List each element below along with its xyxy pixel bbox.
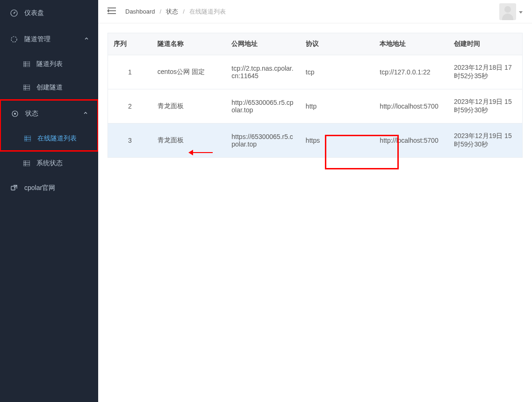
sidebar: 仪表盘 隧道管理 隧道列表 创建隧道 xyxy=(0,0,98,402)
nav-system-status[interactable]: 系统状态 xyxy=(0,152,98,175)
breadcrumb-dashboard[interactable]: Dashboard xyxy=(125,8,155,15)
nav-label: 隧道管理 xyxy=(24,35,50,44)
table-row[interactable]: 1 centos公网 固定 tcp://2.tcp.nas.cpolar.cn:… xyxy=(108,55,523,89)
nav-label: cpolar官网 xyxy=(24,184,55,192)
breadcrumb: Dashboard / 状态 / 在线隧道列表 xyxy=(125,7,226,16)
nav-status[interactable]: 状态 xyxy=(1,101,97,127)
cell-name: 青龙面板 xyxy=(152,89,226,124)
th-protocol: 协议 xyxy=(300,33,374,55)
cell-local-url: http://localhost:5700 xyxy=(374,124,448,158)
th-public-url: 公网地址 xyxy=(226,33,300,55)
nav-create-tunnel[interactable]: 创建隧道 xyxy=(0,76,98,99)
user-menu[interactable] xyxy=(499,3,523,20)
svg-rect-7 xyxy=(23,85,30,90)
tunnel-icon xyxy=(9,36,19,43)
menu-toggle-icon[interactable] xyxy=(108,7,116,16)
main-content: Dashboard / 状态 / 在线隧道列表 序列 隧道名称 xyxy=(98,0,532,402)
nav-label: 创建隧道 xyxy=(36,83,63,92)
svg-rect-17 xyxy=(23,161,30,166)
cell-seq: 1 xyxy=(108,55,152,89)
nav-label: 仪表盘 xyxy=(24,9,44,17)
nav-tunnel-list[interactable]: 隧道列表 xyxy=(0,52,98,76)
th-created: 创建时间 xyxy=(448,33,523,55)
topbar: Dashboard / 状态 / 在线隧道列表 xyxy=(98,0,532,23)
cell-public-url: https://65300065.r5.cpolar.top xyxy=(226,124,300,158)
chevron-up-icon xyxy=(84,36,89,43)
svg-point-2 xyxy=(11,37,17,42)
svg-point-1 xyxy=(14,13,14,14)
nav-dashboard[interactable]: 仪表盘 xyxy=(0,0,98,26)
nav-cpolar-site[interactable]: cpolar官网 xyxy=(0,175,98,201)
breadcrumb-separator: / xyxy=(183,8,185,15)
cell-protocol: http xyxy=(300,89,374,124)
cell-protocol: https xyxy=(300,124,374,158)
cell-protocol: tcp xyxy=(300,55,374,89)
th-seq: 序列 xyxy=(108,33,152,55)
cell-name: centos公网 固定 xyxy=(152,55,226,89)
status-icon xyxy=(10,110,20,117)
table-icon xyxy=(24,136,33,141)
nav-label: 状态 xyxy=(25,110,38,118)
breadcrumb-status[interactable]: 状态 xyxy=(166,7,178,16)
caret-down-icon xyxy=(519,8,523,15)
nav-label: 系统状态 xyxy=(36,159,63,168)
svg-rect-13 xyxy=(24,136,31,141)
table-icon xyxy=(23,61,32,67)
svg-point-12 xyxy=(14,113,16,115)
cell-created: 2023年12月18日 17时52分35秒 xyxy=(448,55,523,89)
dashboard-icon xyxy=(9,9,19,17)
table-header-row: 序列 隧道名称 公网地址 协议 本地地址 创建时间 xyxy=(108,33,523,55)
nav-online-tunnels[interactable]: 在线隧道列表 xyxy=(1,127,97,150)
th-local-url: 本地地址 xyxy=(374,33,448,55)
tunnel-table: 序列 隧道名称 公网地址 协议 本地地址 创建时间 1 centos公网 固定 … xyxy=(108,33,523,158)
external-link-icon xyxy=(9,185,19,191)
table-icon xyxy=(23,161,32,166)
table-row[interactable]: 2 青龙面板 http://65300065.r5.cpolar.top htt… xyxy=(108,89,523,124)
cell-seq: 2 xyxy=(108,89,152,124)
nav-label: 在线隧道列表 xyxy=(37,134,77,143)
avatar-icon xyxy=(499,3,516,20)
svg-rect-3 xyxy=(23,61,30,67)
th-name: 隧道名称 xyxy=(152,33,226,55)
table-row[interactable]: 3 青龙面板 https://65300065.r5.cpolar.top ht… xyxy=(108,124,523,158)
annotation-arrow xyxy=(189,152,213,153)
cell-created: 2023年12月19日 15时59分30秒 xyxy=(448,124,523,158)
cell-public-url: http://65300065.r5.cpolar.top xyxy=(226,89,300,124)
cell-local-url: http://localhost:5700 xyxy=(374,89,448,124)
breadcrumb-current: 在线隧道列表 xyxy=(189,7,226,16)
nav-label: 隧道列表 xyxy=(36,60,63,68)
cell-public-url: tcp://2.tcp.nas.cpolar.cn:11645 xyxy=(226,55,300,89)
chevron-up-icon xyxy=(83,110,88,117)
cell-created: 2023年12月19日 15时59分30秒 xyxy=(448,89,523,124)
table-icon xyxy=(23,85,32,90)
cell-seq: 3 xyxy=(108,124,152,158)
cell-local-url: tcp://127.0.0.1:22 xyxy=(374,55,448,89)
breadcrumb-separator: / xyxy=(160,8,162,15)
nav-tunnel-mgmt[interactable]: 隧道管理 xyxy=(0,26,98,52)
